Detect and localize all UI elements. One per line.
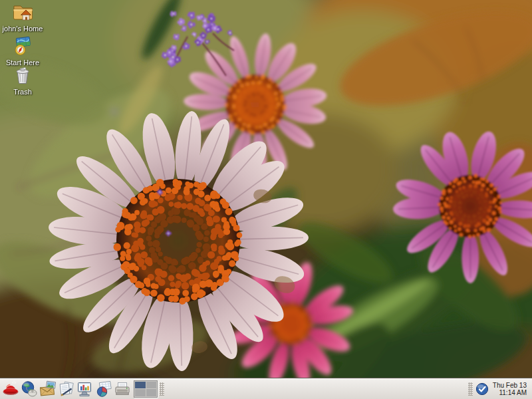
workspace-1[interactable] (135, 382, 146, 389)
wallpaper-image (0, 0, 532, 378)
red-hat-menu-icon (2, 380, 20, 398)
trash-icon (13, 65, 33, 85)
update-notification-check-icon (475, 382, 489, 396)
launcher-word-processor[interactable] (57, 379, 76, 399)
launcher-presentation[interactable] (76, 379, 94, 399)
desktop-icon-label: john's Home (3, 25, 43, 33)
workspace-3[interactable] (135, 389, 146, 396)
launcher-print-manager[interactable] (113, 379, 132, 399)
desktop-icon-label: Trash (13, 88, 32, 96)
email-envelope-icon (39, 380, 57, 398)
desktop-icon-trash[interactable]: Trash (0, 65, 45, 97)
workspace-4[interactable] (146, 389, 157, 396)
launcher-web-browser[interactable] (20, 379, 39, 399)
desktop-icon-start-here[interactable]: Start Here (0, 36, 45, 68)
launcher-email[interactable] (39, 379, 57, 399)
desktop-screen: john's Home Start Here (0, 0, 532, 399)
home-folder-icon (12, 2, 33, 22)
notification-drag-handle[interactable] (468, 382, 473, 396)
writer-documents-icon (58, 380, 75, 398)
printer-icon (114, 380, 131, 398)
clock-applet[interactable]: Thu Feb 13 11:14 AM (489, 382, 531, 396)
clock-time: 11:14 AM (493, 389, 527, 396)
desktop-icon-home[interactable]: john's Home (0, 2, 45, 34)
spreadsheet-pie-chart-icon (95, 380, 112, 398)
launcher-main-menu[interactable] (1, 379, 20, 399)
clock-date: Thu Feb 13 (493, 382, 527, 389)
workspace-switcher[interactable] (134, 380, 158, 398)
presentation-chart-icon (76, 380, 94, 398)
taskbar-panel: Thu Feb 13 11:14 AM (0, 378, 532, 399)
launcher-spreadsheet[interactable] (94, 379, 113, 399)
update-notification-applet[interactable] (475, 382, 489, 396)
workspace-2[interactable] (146, 382, 157, 389)
start-here-icon (12, 36, 33, 56)
applet-drag-handle[interactable] (160, 382, 164, 396)
web-browser-globe-icon (21, 380, 38, 398)
